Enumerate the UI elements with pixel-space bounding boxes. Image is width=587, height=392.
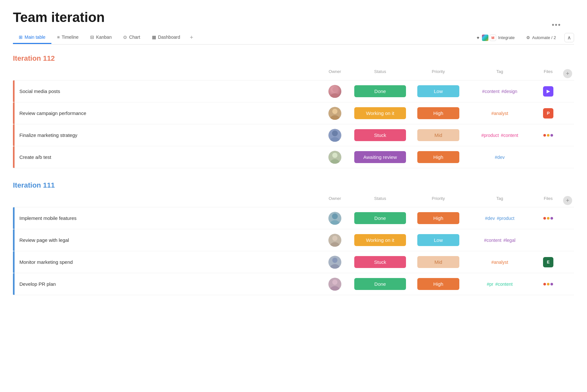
files-cell: ▶ <box>535 86 561 97</box>
avatar-svg <box>328 278 341 291</box>
add-column-button[interactable]: + <box>563 69 572 78</box>
priority-cell[interactable]: High <box>412 150 464 164</box>
svg-point-3 <box>332 109 337 114</box>
iteration-111-section: Iteration 111 Owner Status Priority Tag … <box>13 181 574 295</box>
owner-cell <box>322 234 348 247</box>
dot3 <box>550 217 553 220</box>
table-row: Create a/b test Awaiting review High #de… <box>13 146 574 168</box>
tag-cell: #product #content <box>464 131 535 139</box>
tag-cell: #content #design <box>464 88 535 95</box>
task-name[interactable]: Implement mobile features <box>13 211 322 225</box>
files-cell <box>535 130 561 140</box>
status-cell[interactable]: Working on it <box>348 106 412 120</box>
table-row: Social media posts Done Low #content #de… <box>13 80 574 102</box>
file-icon[interactable]: ▶ <box>543 86 553 97</box>
row-indicator <box>13 124 15 146</box>
add-column-button-2[interactable]: + <box>563 196 572 205</box>
table-row: Implement mobile features Done High #dev <box>13 207 574 229</box>
priority-cell[interactable]: Mid <box>412 255 464 269</box>
task-name[interactable]: Social media posts <box>13 85 322 98</box>
status-cell[interactable]: Done <box>348 211 412 225</box>
status-cell[interactable]: Working on it <box>348 233 412 247</box>
priority-cell[interactable]: High <box>412 277 464 291</box>
table-row: Develop PR plan Done High #pr #content <box>13 273 574 295</box>
table-row: Finalize marketing strategy Stuck Mid #p… <box>13 124 574 146</box>
owner-cell <box>322 129 348 142</box>
collapse-button[interactable]: ∧ <box>564 33 574 42</box>
tag: #content <box>501 133 518 138</box>
status-badge: Awaiting review <box>354 151 406 163</box>
col-tag: Tag <box>464 69 535 78</box>
chart-icon: ⊙ <box>123 35 127 40</box>
table-row: Monitor marketing spend Stuck Mid #analy… <box>13 251 574 273</box>
priority-badge: Low <box>417 85 459 97</box>
status-cell[interactable]: Awaiting review <box>348 150 412 164</box>
row-indicator <box>13 273 15 295</box>
priority-cell[interactable]: Low <box>412 84 464 98</box>
task-name[interactable]: Develop PR plan <box>13 277 322 291</box>
file-monday-icon[interactable] <box>543 279 553 289</box>
file-monday-icon[interactable] <box>543 213 553 223</box>
integrate-icon: ✦ <box>476 35 480 40</box>
status-cell[interactable]: Stuck <box>348 255 412 269</box>
col-add: + <box>561 196 574 205</box>
tab-dashboard[interactable]: ▦ Dashboard <box>146 31 186 44</box>
tag-cell: #pr #content <box>464 280 535 288</box>
more-options-button[interactable]: ••• <box>552 21 561 29</box>
task-name[interactable]: Monitor marketing spend <box>13 255 322 269</box>
col-owner: Owner <box>322 196 348 205</box>
tag-cell: #analyst <box>464 258 535 266</box>
svg-point-12 <box>332 213 338 219</box>
priority-badge: Low <box>417 234 459 246</box>
task-name[interactable]: Review page with legal <box>13 233 322 247</box>
table-header: Owner Status Priority Tag Files + <box>13 194 574 207</box>
task-name[interactable]: Create a/b test <box>13 150 322 164</box>
file-excel-icon[interactable]: E <box>543 257 553 267</box>
automate-icon: ⚙ <box>526 35 530 40</box>
tag-cell: #analyst <box>464 109 535 117</box>
file-icon[interactable]: P <box>543 108 553 119</box>
iteration-111-table: Owner Status Priority Tag Files + Implem… <box>13 194 574 295</box>
avatar-svg <box>328 256 341 269</box>
avatar <box>328 234 341 247</box>
svg-point-0 <box>332 87 337 92</box>
tab-main-table[interactable]: ⊞ Main table <box>13 31 51 44</box>
tag: #product <box>481 133 499 138</box>
status-badge: Done <box>354 85 406 97</box>
tag: #dev <box>495 155 505 160</box>
tab-chart[interactable]: ⊙ Chart <box>117 31 146 44</box>
owner-cell <box>322 107 348 120</box>
col-task <box>18 69 322 78</box>
avatar <box>328 212 341 225</box>
col-files: Files <box>535 196 561 205</box>
svg-point-21 <box>332 280 337 285</box>
file-monday-icon[interactable] <box>543 130 553 140</box>
tab-timeline[interactable]: ≡ Timeline <box>51 31 85 44</box>
col-tag: Tag <box>464 196 535 205</box>
priority-cell[interactable]: Low <box>412 233 464 247</box>
col-owner: Owner <box>322 69 348 78</box>
priority-cell[interactable]: Mid <box>412 128 464 142</box>
status-cell[interactable]: Done <box>348 84 412 98</box>
task-name[interactable]: Review campaign performance <box>13 107 322 120</box>
iteration-112-section: Iteration 112 Owner Status Priority Tag … <box>13 54 574 168</box>
svg-point-18 <box>332 258 337 263</box>
tag: #content <box>484 238 501 243</box>
add-view-button[interactable]: + <box>186 31 197 44</box>
status-badge: Working on it <box>354 107 406 119</box>
status-badge: Stuck <box>354 256 406 268</box>
priority-cell[interactable]: High <box>412 106 464 120</box>
priority-cell[interactable]: High <box>412 211 464 225</box>
status-cell[interactable]: Done <box>348 277 412 291</box>
dashboard-icon: ▦ <box>152 35 156 40</box>
owner-cell <box>322 212 348 225</box>
tab-main-table-label: Main table <box>25 35 46 40</box>
status-cell[interactable]: Stuck <box>348 128 412 142</box>
tab-kanban[interactable]: ⊟ Kanban <box>84 31 117 44</box>
integrate-button[interactable]: ✦ M Integrate <box>473 33 518 43</box>
tag: #pr <box>487 282 493 287</box>
avatar-svg <box>328 85 341 98</box>
task-name[interactable]: Finalize marketing strategy <box>13 129 322 142</box>
slack-icon <box>482 35 488 41</box>
automate-button[interactable]: ⚙ Automate / 2 <box>523 33 559 42</box>
